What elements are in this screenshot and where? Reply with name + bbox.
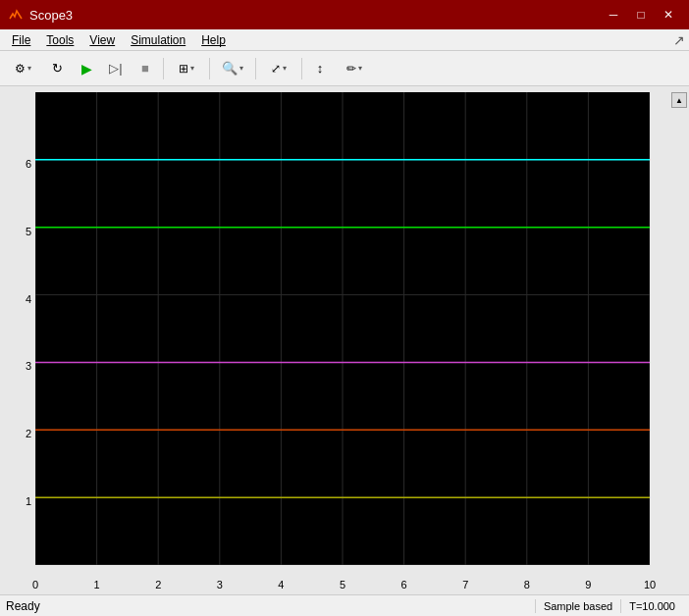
maximize-button[interactable]: □	[628, 5, 654, 25]
chevron-down-icon: ▾	[27, 64, 31, 73]
x-tick-label-7: 7	[462, 579, 468, 590]
menu-help[interactable]: Help	[193, 31, 234, 49]
y-tick-label-5: 5	[26, 227, 31, 237]
sample-based-label: Sample based	[535, 599, 620, 613]
cursor-icon: ↕	[317, 61, 324, 76]
style-button[interactable]: ✏ ▾	[336, 55, 373, 82]
layout-button[interactable]: ⊞ ▾	[168, 55, 205, 82]
x-tick-label-8: 8	[524, 579, 530, 590]
status-right: Sample based T=10.000	[535, 599, 683, 613]
plot-area[interactable]	[35, 92, 650, 565]
parameters-button[interactable]: ⚙ ▾	[4, 55, 41, 82]
plot-container: 123456 ▲ 012345678910	[0, 86, 689, 594]
matlab-icon	[8, 7, 24, 23]
menu-simulation[interactable]: Simulation	[123, 31, 193, 49]
menu-bar: File Tools View Simulation Help ↗	[0, 29, 689, 51]
title-left: Scope3	[8, 7, 73, 23]
y-tick-label-4: 4	[26, 294, 31, 305]
zoom-icon: 🔍	[222, 61, 238, 76]
history-icon: ↻	[52, 61, 63, 76]
menu-view[interactable]: View	[81, 31, 123, 49]
scroll-up-button[interactable]: ▲	[671, 92, 687, 108]
status-text: Ready	[6, 599, 40, 613]
x-tick-label-4: 4	[278, 579, 284, 590]
autoscale-button[interactable]: ⤢ ▾	[260, 55, 297, 82]
time-label: T=10.000	[620, 599, 683, 613]
stop-icon: ■	[141, 61, 149, 76]
y-axis: 123456	[0, 92, 35, 565]
chevron-down-icon-4: ▾	[283, 64, 287, 73]
x-tick-label-3: 3	[217, 579, 223, 590]
x-axis: 012345678910	[35, 565, 650, 594]
autoscale-icon: ⤢	[271, 62, 281, 76]
play-icon: ▶	[81, 61, 92, 77]
minimize-button[interactable]: ─	[601, 5, 626, 25]
y-tick-label-1: 1	[26, 496, 31, 507]
menu-file[interactable]: File	[4, 31, 38, 49]
x-tick-label-6: 6	[401, 579, 407, 590]
status-bar: Ready Sample based T=10.000	[0, 594, 689, 616]
save-button[interactable]: ↕	[306, 55, 334, 82]
gear-icon: ⚙	[15, 62, 26, 76]
separator-2	[209, 58, 210, 79]
chevron-down-icon-3: ▾	[239, 64, 243, 73]
x-tick-label-9: 9	[585, 579, 591, 590]
chevron-down-icon-5: ▾	[358, 64, 362, 73]
zoom-button[interactable]: 🔍 ▾	[214, 55, 251, 82]
title-controls: ─ □ ✕	[601, 5, 681, 25]
menu-tools[interactable]: Tools	[38, 31, 81, 49]
toolbar: ⚙ ▾ ↻ ▶ ▷| ■ ⊞ ▾ 🔍 ▾ ⤢ ▾ ↕ ✏ ▾	[0, 51, 689, 86]
window-title: Scope3	[29, 8, 73, 23]
x-tick-label-5: 5	[340, 579, 345, 590]
y-tick-label-2: 2	[26, 429, 31, 439]
scope-canvas	[35, 92, 650, 565]
scrollbar-area: ▲	[650, 92, 689, 565]
stop-button[interactable]: ■	[132, 55, 159, 82]
undock-button[interactable]: ↗	[673, 32, 685, 48]
history-button[interactable]: ↻	[43, 55, 71, 82]
x-tick-label-1: 1	[94, 579, 100, 590]
layout-icon: ⊞	[179, 62, 188, 76]
separator-4	[301, 58, 302, 79]
step-forward-icon: ▷|	[109, 61, 122, 76]
close-button[interactable]: ✕	[656, 5, 681, 25]
step-forward-button[interactable]: ▷|	[102, 55, 130, 82]
chevron-down-icon-2: ▾	[190, 64, 194, 73]
x-tick-label-10: 10	[644, 579, 656, 590]
x-tick-label-0: 0	[32, 579, 38, 590]
separator-3	[255, 58, 256, 79]
x-tick-label-2: 2	[155, 579, 161, 590]
title-bar: Scope3 ─ □ ✕	[0, 0, 689, 29]
style-icon: ✏	[346, 62, 356, 76]
run-button[interactable]: ▶	[73, 55, 100, 82]
y-tick-label-6: 6	[26, 159, 31, 170]
separator-1	[163, 58, 164, 79]
y-tick-label-3: 3	[26, 361, 31, 372]
